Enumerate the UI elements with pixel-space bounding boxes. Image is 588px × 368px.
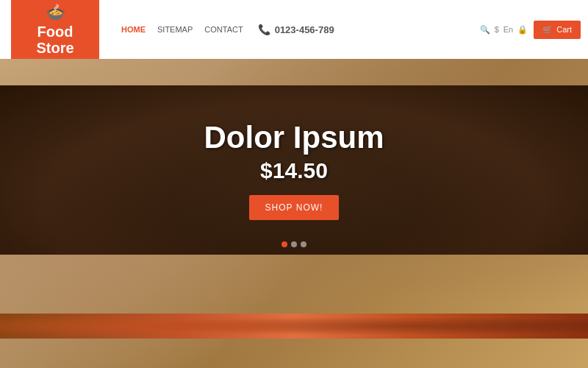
nav-home[interactable]: HOME [121, 25, 146, 34]
header-icons: 🔍 $ En 🔒 [480, 25, 528, 35]
search-icon[interactable]: 🔍 [480, 25, 490, 35]
cart-button[interactable]: 🛒 Cart [534, 21, 581, 39]
phone-icon: 📞 [258, 24, 270, 35]
header-nav: HOME SITEMAP CONTACT [121, 25, 243, 34]
bottom-strip [0, 314, 588, 339]
currency-selector[interactable]: $ [495, 25, 499, 34]
slider-dots [282, 241, 306, 247]
hero-title: Dolor Ipsum [204, 120, 384, 155]
phone-number: 0123-456-789 [275, 24, 334, 35]
main-container: 🍲 Food Store HOME SITEMAP CONTACT 📞 0123… [0, 0, 588, 368]
hero-section: Dolor Ipsum $14.50 SHOP NOW! [0, 85, 588, 255]
cart-label: Cart [556, 25, 572, 34]
cart-icon: 🛒 [542, 25, 553, 35]
dot-1[interactable] [282, 241, 287, 247]
dot-3[interactable] [301, 241, 306, 247]
nav-contact[interactable]: CONTACT [204, 25, 243, 34]
header-phone: 📞 0123-456-789 [258, 24, 334, 35]
logo-text: Food Store [36, 24, 74, 56]
hero-content: Dolor Ipsum $14.50 SHOP NOW! [204, 120, 384, 220]
logo[interactable]: 🍲 Food Store [11, 0, 99, 59]
logo-icon: 🍲 [46, 3, 65, 22]
header: 🍲 Food Store HOME SITEMAP CONTACT 📞 0123… [0, 0, 588, 59]
hero-price: $14.50 [204, 158, 384, 183]
shop-now-button[interactable]: SHOP NOW! [249, 195, 340, 220]
language-selector[interactable]: En [503, 25, 513, 34]
account-icon[interactable]: 🔒 [517, 25, 528, 35]
dot-2[interactable] [291, 241, 297, 247]
nav-sitemap[interactable]: SITEMAP [157, 25, 193, 34]
header-right: 🔍 $ En 🔒 🛒 Cart [480, 21, 581, 39]
